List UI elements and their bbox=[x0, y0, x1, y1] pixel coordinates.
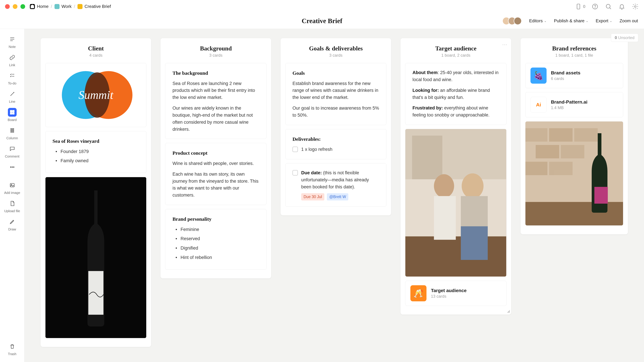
column-title[interactable]: Client bbox=[45, 45, 146, 52]
column-icon bbox=[8, 126, 16, 135]
svg-rect-8 bbox=[12, 113, 14, 114]
page-title[interactable]: Creative Brief bbox=[302, 17, 342, 25]
checkbox[interactable] bbox=[292, 147, 298, 152]
tool-column[interactable]: Column bbox=[0, 125, 24, 141]
svg-rect-36 bbox=[536, 145, 559, 158]
column-goals[interactable]: Goals & deliverables 3 cards Goals Estab… bbox=[280, 38, 391, 215]
board-canvas[interactable]: 0 Unsorted Client 4 cards Summit bbox=[24, 29, 644, 362]
column-audience[interactable]: ⋯ Target audience 1 board, 2 cards About… bbox=[400, 38, 511, 315]
comment-icon bbox=[8, 144, 16, 153]
tool-trash[interactable]: Trash bbox=[0, 341, 24, 357]
tool-add-image[interactable]: Add image bbox=[0, 179, 24, 196]
bottle-on-table-image bbox=[526, 121, 623, 225]
unsorted-pill[interactable]: 0 Unsorted bbox=[611, 33, 638, 42]
resize-handle-icon[interactable]: ◢ bbox=[507, 309, 510, 313]
folder-icon bbox=[78, 4, 82, 9]
tool-link[interactable]: Link bbox=[0, 52, 24, 68]
tool-more[interactable] bbox=[0, 161, 24, 173]
column-brand-references[interactable]: Brand references 1 board, 1 card, 1 file… bbox=[520, 38, 628, 234]
chevron-down-icon: ⌄ bbox=[586, 19, 588, 23]
card-due-date[interactable]: Due date: (this is not flexible unfortun… bbox=[285, 163, 386, 207]
bell-icon[interactable] bbox=[618, 3, 626, 10]
breadcrumb: Home / Work / Creative Brief bbox=[30, 4, 111, 9]
editors-dropdown[interactable]: Editors ⌄ bbox=[529, 18, 546, 23]
card-bottle-image[interactable] bbox=[45, 177, 146, 338]
breadcrumb-work-label: Work bbox=[62, 4, 72, 9]
column-title[interactable]: Goals & deliverables bbox=[285, 45, 386, 52]
tool-board-label: Board bbox=[8, 118, 16, 122]
publish-dropdown[interactable]: Publish & share ⌄ bbox=[554, 18, 588, 23]
svg-rect-37 bbox=[561, 145, 584, 158]
card-deliverables[interactable]: Deliverables: 1 x logo refresh bbox=[285, 129, 386, 159]
checkbox[interactable] bbox=[292, 170, 298, 175]
wine-bottle-dark-image bbox=[46, 177, 146, 338]
tool-add-image-label: Add image bbox=[4, 191, 20, 195]
zoom-out-button[interactable]: Zoom out bbox=[620, 18, 638, 23]
column-client[interactable]: Client 4 cards Summit Sea of Roses viney… bbox=[40, 38, 151, 347]
todo-icon bbox=[8, 71, 16, 80]
svg-point-14 bbox=[13, 167, 14, 168]
breadcrumb-work[interactable]: Work bbox=[54, 4, 72, 9]
unsorted-label: Unsorted bbox=[618, 35, 634, 40]
file-link-pattern[interactable]: Ai Brand-Pattern.ai 1.4 MB bbox=[525, 92, 623, 117]
tool-note[interactable]: Note bbox=[0, 33, 24, 50]
mobile-device-button[interactable]: 0 bbox=[575, 3, 585, 10]
column-menu-icon[interactable]: ⋯ bbox=[502, 41, 507, 47]
card-background[interactable]: The background Sea of Roses are launchin… bbox=[165, 63, 266, 139]
card-brand-personality[interactable]: Brand personality Feminine Reserved Dign… bbox=[165, 209, 266, 270]
list-item: Reserved bbox=[174, 235, 259, 242]
mention-tag[interactable]: @Brett W bbox=[327, 193, 348, 201]
column-background[interactable]: Background 3 cards The background Sea of… bbox=[160, 38, 271, 278]
card-text: Our goal is to increase awareness from 5… bbox=[292, 105, 379, 119]
tool-column-label: Column bbox=[6, 136, 18, 140]
card-product-concept[interactable]: Product concept Wine is shared with peop… bbox=[165, 143, 266, 205]
note-icon bbox=[8, 35, 16, 43]
board-link-assets[interactable]: 🍇 Brand assets 6 cards bbox=[525, 63, 623, 88]
tool-upload-file[interactable]: Upload file bbox=[0, 198, 24, 214]
card-brand-image[interactable] bbox=[525, 121, 623, 226]
column-title[interactable]: Background bbox=[165, 45, 266, 52]
tool-line[interactable]: Line bbox=[0, 88, 24, 105]
column-title[interactable]: Target audience bbox=[405, 45, 506, 52]
breadcrumb-home[interactable]: Home bbox=[30, 4, 48, 9]
gear-icon[interactable] bbox=[632, 3, 639, 10]
column-subtitle: 3 cards bbox=[165, 53, 266, 58]
tool-todo[interactable]: To-do bbox=[0, 70, 24, 87]
export-dropdown[interactable]: Export ⌄ bbox=[596, 18, 612, 23]
editor-avatars[interactable] bbox=[502, 17, 522, 25]
svg-rect-30 bbox=[461, 196, 488, 230]
card-logo-image[interactable]: Summit bbox=[45, 63, 146, 127]
svg-rect-26 bbox=[405, 237, 506, 277]
card-vineyard[interactable]: Sea of Roses vineyard Founder 1879 Famil… bbox=[45, 131, 146, 173]
search-icon[interactable] bbox=[605, 3, 612, 10]
column-title[interactable]: Brand references bbox=[525, 45, 623, 52]
tool-board[interactable]: Board bbox=[0, 107, 24, 123]
svg-point-13 bbox=[12, 167, 12, 168]
help-icon[interactable] bbox=[591, 3, 599, 10]
summit-logo-icon: Summit bbox=[46, 63, 146, 127]
column-subtitle: 3 cards bbox=[285, 53, 386, 58]
board-link-audience[interactable]: 🥂 Target audience 13 cards bbox=[405, 281, 506, 306]
svg-rect-31 bbox=[461, 226, 488, 260]
card-heading: Goals bbox=[292, 69, 379, 77]
svg-rect-10 bbox=[11, 130, 14, 131]
trash-icon bbox=[8, 342, 16, 351]
card-heading: Sea of Roses vineyard bbox=[52, 137, 139, 145]
card-audience-image[interactable] bbox=[405, 129, 506, 277]
breadcrumb-page[interactable]: Creative Brief bbox=[78, 4, 111, 9]
titlebar: Home / Work / Creative Brief 0 bbox=[0, 0, 644, 13]
minimize-window-icon[interactable] bbox=[13, 4, 18, 9]
svg-rect-0 bbox=[577, 4, 580, 9]
card-goals[interactable]: Goals Establish brand awareness for the … bbox=[285, 63, 386, 125]
close-window-icon[interactable] bbox=[5, 4, 10, 9]
column-subtitle: 1 board, 1 card, 1 file bbox=[525, 53, 623, 58]
tool-sidebar: Note Link To-do Line Board Column bbox=[0, 29, 24, 362]
tool-comment[interactable]: Comment bbox=[0, 143, 24, 160]
tool-draw[interactable]: Draw bbox=[0, 216, 24, 233]
due-tag[interactable]: Due 30 Jul bbox=[301, 193, 324, 201]
tool-upload-file-label: Upload file bbox=[4, 209, 20, 213]
board-icon bbox=[8, 108, 16, 117]
maximize-window-icon[interactable] bbox=[20, 4, 25, 9]
svg-point-3 bbox=[606, 4, 610, 8]
card-audience-about[interactable]: About them: 25-40 year olds, interested … bbox=[405, 63, 506, 125]
